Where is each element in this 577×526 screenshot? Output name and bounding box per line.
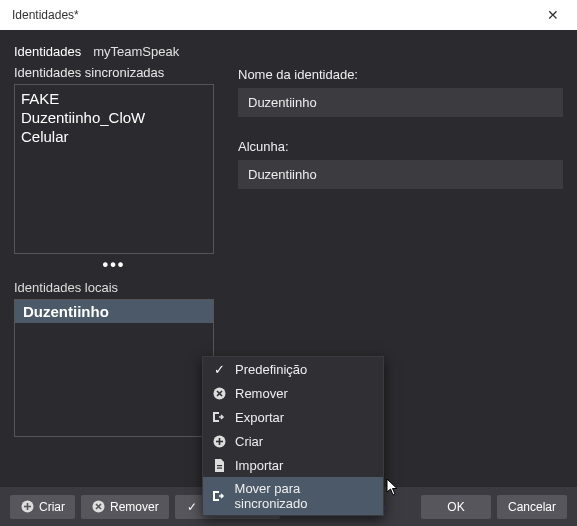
menu-item-create[interactable]: Criar	[203, 429, 383, 453]
nickname-input[interactable]	[238, 160, 563, 189]
context-menu: ✓ Predefinição Remover Exportar Criar	[202, 356, 384, 516]
list-item[interactable]: FAKE	[21, 89, 207, 108]
menu-item-label: Predefinição	[235, 362, 307, 377]
button-label: Remover	[110, 500, 159, 514]
button-label: Cancelar	[508, 500, 556, 514]
remove-icon	[91, 500, 105, 514]
menu-item-label: Remover	[235, 386, 288, 401]
drag-handle-icon[interactable]: •••	[14, 254, 214, 280]
local-identities-list[interactable]: Duzentiinho	[14, 299, 214, 437]
list-item[interactable]: Celular	[21, 127, 207, 146]
sync-identities-list[interactable]: FAKE Duzentiinho_CloW Celular	[14, 84, 214, 254]
check-icon: ✓	[211, 361, 227, 377]
menu-item-import[interactable]: Importar	[203, 453, 383, 477]
menu-item-move-sync[interactable]: Mover para sincronizado	[203, 477, 383, 515]
export-icon	[211, 409, 227, 425]
local-identities-label: Identidades locais	[14, 280, 214, 295]
check-icon: ✓	[185, 500, 199, 514]
window-title: Identidades*	[12, 8, 79, 22]
identity-name-label: Nome da identidade:	[238, 67, 563, 82]
list-item[interactable]: Duzentiinho_CloW	[21, 108, 207, 127]
svg-rect-6	[217, 465, 222, 466]
menu-item-label: Exportar	[235, 410, 284, 425]
export-icon	[211, 488, 227, 504]
menu-item-export[interactable]: Exportar	[203, 405, 383, 429]
remove-icon	[211, 385, 227, 401]
button-label: OK	[447, 500, 464, 514]
menu-item-label: Importar	[235, 458, 283, 473]
plus-circle-icon	[211, 433, 227, 449]
menu-item-label: Mover para sincronizado	[235, 481, 373, 511]
cancel-button[interactable]: Cancelar	[497, 495, 567, 519]
title-bar: Identidades* ✕	[0, 0, 577, 30]
create-button[interactable]: Criar	[10, 495, 75, 519]
menu-item-default[interactable]: ✓ Predefinição	[203, 357, 383, 381]
file-icon	[211, 457, 227, 473]
tab-bar: Identidades myTeamSpeak	[14, 44, 563, 59]
nickname-label: Alcunha:	[238, 139, 563, 154]
left-column: Identidades sincronizadas FAKE Duzentiin…	[14, 65, 214, 437]
ok-button[interactable]: OK	[421, 495, 491, 519]
plus-circle-icon	[20, 500, 34, 514]
menu-item-label: Criar	[235, 434, 263, 449]
list-item[interactable]: Duzentiinho	[15, 300, 213, 323]
content-area: Identidades myTeamSpeak Identidades sinc…	[0, 30, 577, 486]
tab-identities[interactable]: Identidades	[14, 44, 81, 59]
button-label: Criar	[39, 500, 65, 514]
menu-item-remove[interactable]: Remover	[203, 381, 383, 405]
remove-button[interactable]: Remover	[81, 495, 169, 519]
svg-rect-7	[217, 467, 222, 468]
sync-identities-label: Identidades sincronizadas	[14, 65, 214, 80]
identity-name-input[interactable]	[238, 88, 563, 117]
close-icon[interactable]: ✕	[541, 5, 565, 25]
tab-myteamspeak[interactable]: myTeamSpeak	[93, 44, 179, 59]
